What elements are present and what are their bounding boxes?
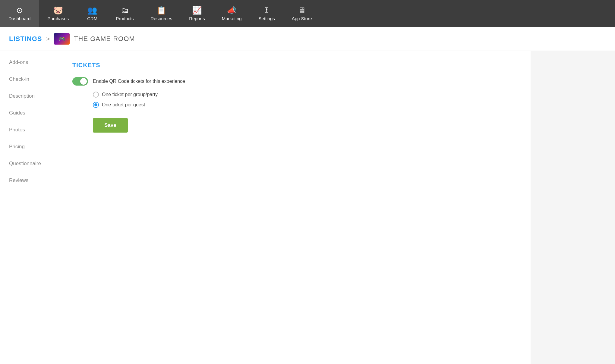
settings-icon: 🎚 bbox=[263, 6, 271, 14]
right-gutter bbox=[531, 51, 615, 364]
radio-circle-per-guest bbox=[93, 102, 99, 108]
toggle-row: Enable QR Code tickets for this experien… bbox=[72, 77, 519, 86]
ticket-type-radio-group: One ticket per group/party One ticket pe… bbox=[93, 92, 519, 108]
nav-label-dashboard: Dashboard bbox=[8, 16, 30, 21]
nav-item-crm[interactable]: 👥 CRM bbox=[77, 0, 107, 27]
radio-per-group[interactable]: One ticket per group/party bbox=[93, 92, 519, 98]
nav-item-settings[interactable]: 🎚 Settings bbox=[250, 0, 283, 27]
nav-label-app-store: App Store bbox=[292, 16, 312, 21]
products-icon: 🗂 bbox=[121, 6, 129, 14]
nav-label-resources: Resources bbox=[150, 16, 172, 21]
listing-thumbnail: 🎮 bbox=[54, 33, 70, 45]
nav-item-products[interactable]: 🗂 Products bbox=[107, 0, 142, 27]
save-button[interactable]: Save bbox=[93, 118, 128, 133]
radio-label-per-group: One ticket per group/party bbox=[102, 92, 158, 97]
nav-label-purchases: Purchases bbox=[47, 16, 69, 21]
marketing-icon: 📣 bbox=[227, 6, 237, 14]
nav-item-reports[interactable]: 📈 Reports bbox=[181, 0, 213, 27]
toggle-label: Enable QR Code tickets for this experien… bbox=[93, 79, 185, 84]
nav-item-marketing[interactable]: 📣 Marketing bbox=[213, 0, 250, 27]
nav-item-app-store[interactable]: 🖥 App Store bbox=[283, 0, 320, 27]
nav-item-resources[interactable]: 📋 Resources bbox=[142, 0, 181, 27]
section-title: TICKETS bbox=[72, 62, 519, 69]
nav-label-marketing: Marketing bbox=[222, 16, 242, 21]
sidebar-item-guides[interactable]: Guides bbox=[0, 105, 60, 121]
nav-label-products: Products bbox=[116, 16, 134, 21]
breadcrumb-arrow: > bbox=[46, 36, 50, 42]
sidebar-item-checkin[interactable]: Check-in bbox=[0, 71, 60, 88]
nav-label-reports: Reports bbox=[189, 16, 205, 21]
sidebar-item-questionnaire[interactable]: Questionnaire bbox=[0, 155, 60, 172]
top-nav: ⊙ Dashboard 🐷 Purchases 👥 CRM 🗂 Products… bbox=[0, 0, 615, 27]
dashboard-icon: ⊙ bbox=[16, 6, 23, 14]
breadcrumb: LISTINGS > 🎮 THE GAME ROOM bbox=[0, 27, 615, 51]
radio-per-guest[interactable]: One ticket per guest bbox=[93, 102, 519, 108]
sidebar-item-description[interactable]: Description bbox=[0, 88, 60, 105]
resources-icon: 📋 bbox=[156, 6, 166, 14]
app-store-icon: 🖥 bbox=[298, 6, 306, 14]
breadcrumb-listings[interactable]: LISTINGS bbox=[9, 35, 42, 43]
nav-item-purchases[interactable]: 🐷 Purchases bbox=[39, 0, 77, 27]
radio-circle-per-group bbox=[93, 92, 99, 98]
radio-label-per-guest: One ticket per guest bbox=[102, 102, 145, 108]
qr-toggle[interactable] bbox=[72, 77, 88, 86]
sidebar-item-photos[interactable]: Photos bbox=[0, 121, 60, 138]
sidebar-item-addons[interactable]: Add-ons bbox=[0, 54, 60, 71]
purchases-icon: 🐷 bbox=[53, 6, 63, 14]
nav-label-crm: CRM bbox=[87, 16, 97, 21]
sidebar-item-reviews[interactable]: Reviews bbox=[0, 172, 60, 189]
sidebar: Add-onsCheck-inDescriptionGuidesPhotosPr… bbox=[0, 51, 60, 364]
sidebar-item-pricing[interactable]: Pricing bbox=[0, 138, 60, 155]
nav-label-settings: Settings bbox=[259, 16, 275, 21]
main-content: TICKETS Enable QR Code tickets for this … bbox=[60, 51, 531, 364]
listing-title: THE GAME ROOM bbox=[74, 35, 135, 43]
reports-icon: 📈 bbox=[192, 6, 202, 14]
nav-item-dashboard[interactable]: ⊙ Dashboard bbox=[0, 0, 39, 27]
crm-icon: 👥 bbox=[87, 6, 97, 14]
